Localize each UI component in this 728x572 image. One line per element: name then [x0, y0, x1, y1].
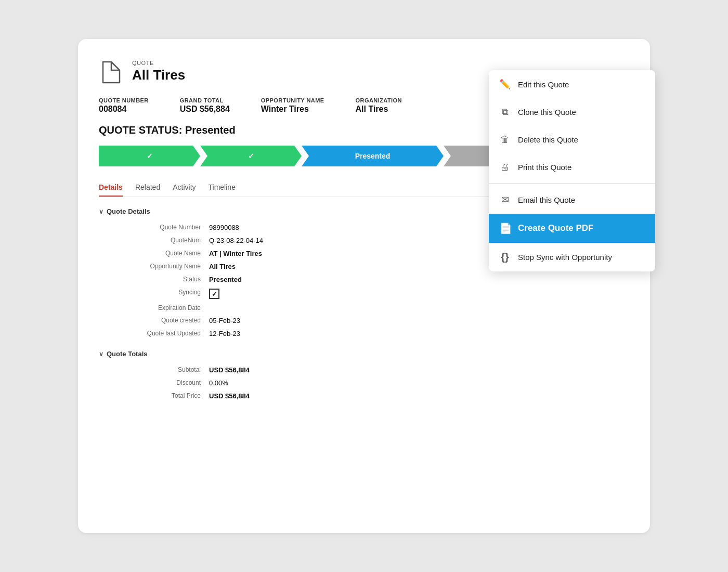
progress-step-1: ✓: [99, 146, 200, 166]
field-label-quote-name: Quote Name: [107, 250, 201, 257]
field-value-quote-updated: 12-Feb-23: [209, 330, 629, 337]
pdf-icon: 📄: [499, 222, 511, 235]
quote-icon: [99, 60, 124, 85]
chevron-down-icon-2: ∨: [99, 350, 103, 358]
email-icon: ✉: [499, 194, 511, 205]
field-value-expiration-date: [209, 304, 629, 311]
tab-details[interactable]: Details: [99, 179, 123, 197]
quote-title-block: QUOTE All Tires: [132, 60, 185, 83]
opportunity-name-item: Opportunity Name Winter Tires: [261, 97, 324, 114]
sync-label: Stop Sync with Opportunity: [518, 253, 612, 262]
field-label-quote-updated: Quote last Updated: [107, 330, 201, 337]
quote-title: All Tires: [132, 67, 185, 83]
field-label-total-price: Total Price: [107, 392, 201, 400]
organization-value: All Tires: [356, 105, 402, 114]
quote-details-title: Quote Details: [107, 207, 150, 215]
field-label-subtotal: Subtotal: [107, 366, 201, 374]
chevron-down-icon: ∨: [99, 208, 103, 215]
field-value-quote-created: 05-Feb-23: [209, 317, 629, 324]
quote-totals-title: Quote Totals: [107, 350, 147, 358]
grand-total-value: USD $56,884: [180, 105, 230, 114]
field-label-discount: Discount: [107, 379, 201, 387]
quote-totals-section-header[interactable]: ∨ Quote Totals: [99, 350, 629, 358]
progress-bar: ✓ ✓ Presented: [99, 146, 504, 166]
pdf-label: Create Quote PDF: [518, 223, 593, 233]
dropdown-item-email[interactable]: ✉ Email this Quote: [489, 186, 655, 214]
tab-timeline[interactable]: Timeline: [209, 179, 236, 197]
dropdown-item-print[interactable]: 🖨 Print this Quote: [489, 153, 655, 181]
quote-number-item: QUOTE NUMBER 008084: [99, 97, 149, 114]
dropdown-divider: [489, 183, 655, 184]
tab-related[interactable]: Related: [135, 179, 160, 197]
field-label-syncing: Syncing: [107, 289, 201, 299]
field-label-quote-number: Quote Number: [107, 224, 201, 231]
dropdown-item-pdf[interactable]: 📄 Create Quote PDF: [489, 214, 655, 243]
print-label: Print this Quote: [518, 163, 571, 172]
progress-step-3: Presented: [302, 146, 444, 166]
quote-number-value: 008084: [99, 105, 149, 114]
quote-totals-grid: Subtotal USD $56,884 Discount 0.00% Tota…: [107, 366, 629, 400]
grand-total-label: Grand Total: [180, 97, 230, 103]
dropdown-menu: ✏️ Edit this Quote ⧉ Clone this Quote 🗑 …: [489, 70, 655, 271]
organization-item: Organization All Tires: [356, 97, 402, 114]
sync-icon: {}: [499, 251, 511, 263]
organization-label: Organization: [356, 97, 402, 103]
field-label-quotenum: QuoteNum: [107, 237, 201, 244]
dropdown-item-edit[interactable]: ✏️ Edit this Quote: [489, 70, 655, 98]
delete-icon: 🗑: [499, 134, 511, 145]
field-value-status: Presented: [209, 276, 629, 283]
field-label-status: Status: [107, 276, 201, 283]
dropdown-item-delete[interactable]: 🗑 Delete this Quote: [489, 126, 655, 153]
tab-activity[interactable]: Activity: [173, 179, 196, 197]
grand-total-item: Grand Total USD $56,884: [180, 97, 230, 114]
opportunity-name-value: Winter Tires: [261, 105, 324, 114]
delete-label: Delete this Quote: [518, 135, 578, 144]
dropdown-item-clone[interactable]: ⧉ Clone this Quote: [489, 98, 655, 126]
clone-label: Clone this Quote: [518, 108, 576, 116]
print-icon: 🖨: [499, 162, 511, 173]
opportunity-name-label: Opportunity Name: [261, 97, 324, 103]
progress-step-2: ✓: [200, 146, 302, 166]
edit-label: Edit this Quote: [518, 80, 569, 89]
field-value-syncing: ✓: [209, 289, 629, 299]
field-label-opportunity-name: Opportunity Name: [107, 263, 201, 270]
quote-label: QUOTE: [132, 60, 185, 66]
field-label-quote-created: Quote created: [107, 317, 201, 324]
email-label: Email this Quote: [518, 196, 575, 204]
clone-icon: ⧉: [499, 107, 511, 118]
main-card: QUOTE All Tires QUOTE NUMBER 008084 Gran…: [78, 39, 650, 533]
field-label-expiration-date: Expiration Date: [107, 304, 201, 311]
dropdown-item-sync[interactable]: {} Stop Sync with Opportunity: [489, 243, 655, 271]
field-value-subtotal: USD $56,884: [209, 366, 629, 374]
field-value-discount: 0.00%: [209, 379, 629, 387]
edit-icon: ✏️: [499, 79, 511, 90]
field-value-total-price: USD $56,884: [209, 392, 629, 400]
quote-number-label: QUOTE NUMBER: [99, 97, 149, 103]
